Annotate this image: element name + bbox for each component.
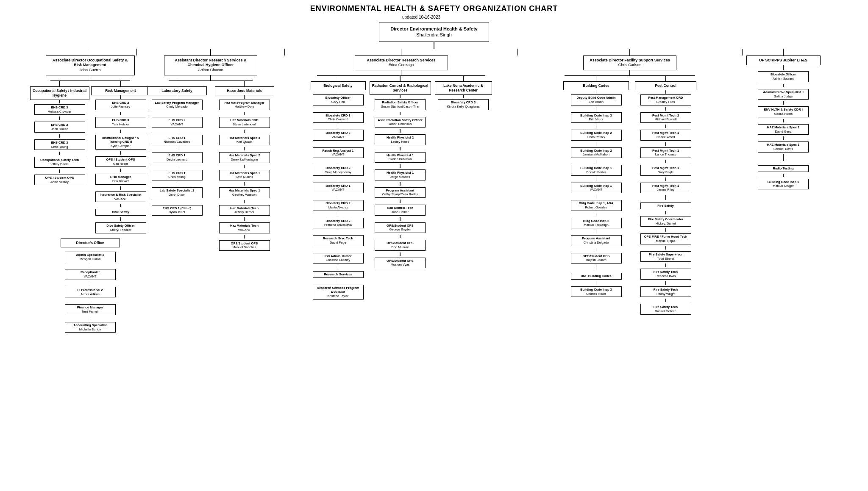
top-title: Director Environmental Health & Safety [384, 26, 484, 32]
l3-building-codes: Building Codes [563, 81, 629, 90]
updated-date: updated 10-16-2023 [402, 15, 440, 19]
l3-bio-safety: Biological Safety [311, 81, 366, 90]
l3-radiation: Radiaiton Control & Radiological Service… [370, 81, 431, 95]
directors-office: Director's Office [61, 239, 120, 247]
org-chart: ENVIRONMENTAL HEALTH & SAFETY ORGANIZATI… [4, 4, 864, 333]
l3-lake-nona: Lake Nona Academic & Research Center [435, 81, 492, 95]
l3-haz-materials: Hazardous Materials [215, 86, 274, 95]
l2-research-services: Associate Director Research Services Eri… [355, 55, 448, 70]
l2-chem-hygiene: Assistant Director Research Services & C… [164, 55, 257, 75]
page-title: ENVIRONMENTAL HEALTH & SAFETY ORGANIZATI… [310, 4, 558, 13]
l2-scripps: UF SCRIPPS Jupiter EH&S [746, 55, 821, 66]
l3-risk-mgmt: Risk Management [91, 86, 150, 95]
l3-occ-industrial: Occupational Safety / Industrial Hygiene [30, 86, 89, 100]
l2-facility-support: Associate Director Facility Support Serv… [583, 55, 676, 70]
top-name: Shailendra Singh [384, 32, 484, 38]
l2-occ-safety: Associate Director Occupational Safety &… [46, 55, 135, 75]
l3-lab-safety: Laboratory Safety [147, 86, 207, 95]
top-director-box: Director Environmental Health & Safety S… [379, 22, 489, 42]
l3-pest-control: Pest Control [635, 81, 696, 90]
